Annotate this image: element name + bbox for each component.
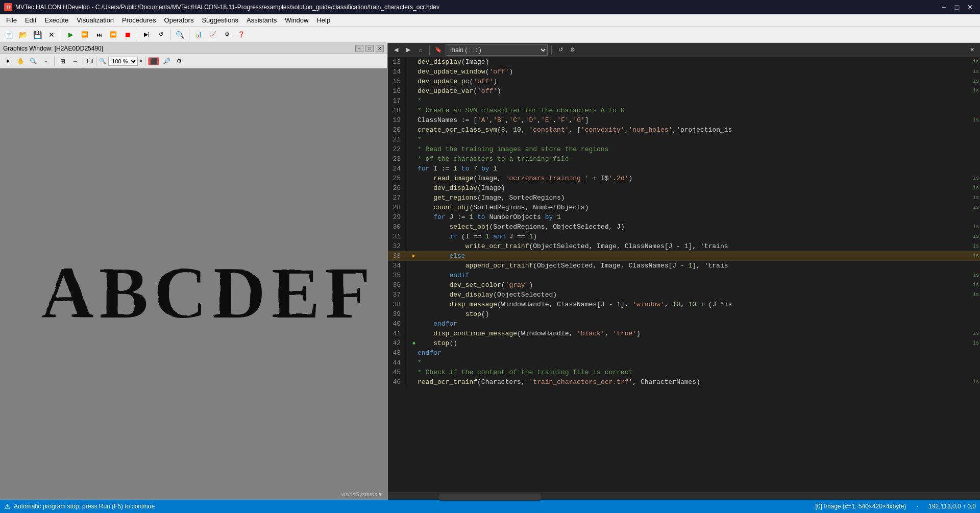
code-line-20: 20create_ocr_class_svm(8, 10, 'constant'… [388,125,980,135]
toolbar-separator-4 [189,30,189,40]
procedure-select[interactable]: main ( : : : ) [446,44,548,56]
open-file-button[interactable]: 📂 [16,29,30,41]
step-into-button[interactable]: ⏩ [78,29,91,41]
code-line-18: 18* Create an SVM classifier for the cha… [388,106,980,115]
restart-button[interactable]: ↺ [154,29,167,41]
line-number-29: 29 [388,212,406,222]
menu-item-operators[interactable]: Operators [160,15,198,25]
settings-button[interactable]: ⚙ [220,29,234,41]
line-indicator-35 [410,271,418,280]
line-indicator-31 [410,232,418,241]
gfx-zoom-in-button[interactable]: 🔍 [28,56,39,67]
close-file-button[interactable]: ✕ [45,29,58,41]
line-number-40: 40 [388,319,406,329]
gfx-pointer-button[interactable]: ✦ [2,56,13,67]
menu-item-suggestions[interactable]: Suggestions [198,15,242,25]
line-indicator-28 [410,203,418,212]
line-number-28: 28 [388,203,406,212]
code-line-24: 24for I := 1 to 7 by 1 [388,164,980,174]
line-right-23 [972,154,980,164]
gfx-measure-button[interactable]: ↔ [70,56,81,67]
gfx-hand-button[interactable]: ✋ [15,56,26,67]
menu-item-file[interactable]: File [2,15,21,25]
code-editor: ◀ ▶ ⌂ 🔖 main ( : : : ) ↺ ⚙ ✕ 13dev_displ… [388,43,980,500]
step-over-button[interactable]: ⏭ [92,29,106,41]
line-code-22: * Read the training images and store the… [418,144,972,154]
line-right-28: is [972,203,980,212]
graphics-window-title: Graphics Window: [H2AE0DD25490] [3,45,103,52]
menu-item-assistants[interactable]: Assistants [242,15,281,25]
menu-item-visualization[interactable]: Visualization [72,15,118,25]
menu-item-procedures[interactable]: Procedures [118,15,160,25]
code-content[interactable]: 13dev_display(Image)is14dev_update_windo… [388,57,980,493]
status-bar-left: ⚠ Automatic program stop; press Run (F5)… [4,502,155,510]
editor-refresh-button[interactable]: ↺ [555,45,566,55]
code-line-32: 32 write_ocr_trainf(ObjectSelected, Imag… [388,241,980,251]
plot-button[interactable]: 📊 [192,29,205,41]
graphics-window: Graphics Window: [H2AE0DD25490] − □ ✕ ✦ … [0,43,388,500]
line-indicator-23 [410,154,418,164]
menu-item-window[interactable]: Window [281,15,312,25]
horizontal-scrollbar[interactable] [388,493,980,500]
title-bar: H MVTec HALCON HDevelop - C:/Users/Publi… [0,0,980,14]
line-number-21: 21 [388,135,406,144]
gw-minimize-button[interactable]: − [355,45,363,52]
menu-bar: FileEditExecuteVisualizationProceduresOp… [0,14,980,27]
code-line-22: 22* Read the training images and store t… [388,144,980,154]
gfx-region-button[interactable]: ⊞ [57,56,68,67]
line-indicator-24 [410,164,418,174]
step-out-button[interactable]: ⏪ [107,29,120,41]
menu-item-execute[interactable]: Execute [40,15,72,25]
line-indicator-16 [410,86,418,96]
new-file-button[interactable]: 📄 [2,29,15,41]
line-right-45 [972,368,980,377]
zoom-label: 🔍 100 % 50 % 200 % Fit ▾ [99,57,142,66]
line-number-35: 35 [388,271,406,280]
gfx-search-button[interactable]: 🔎 [161,56,172,67]
line-indicator-32 [410,241,418,251]
run-button[interactable]: ▶ [64,29,77,41]
gw-maximize-button[interactable]: □ [365,45,374,52]
save-file-button[interactable]: 💾 [31,29,44,41]
line-number-44: 44 [388,358,406,368]
line-number-41: 41 [388,329,406,338]
line-code-20: create_ocr_class_svm(8, 10, 'constant', … [418,125,972,135]
gfx-zoom-out-button[interactable]: － [40,56,52,67]
maximize-button[interactable]: □ [951,3,963,12]
line-code-36: dev_set_color('gray') [418,280,972,290]
editor-settings-button[interactable]: ⚙ [568,45,578,55]
gfx-settings-button[interactable]: ⚙ [174,56,185,67]
line-indicator-26 [410,183,418,193]
editor-back-button[interactable]: ◀ [391,45,401,55]
editor-toolbar: ◀ ▶ ⌂ 🔖 main ( : : : ) ↺ ⚙ ✕ [388,43,980,57]
minimize-button[interactable]: − [938,3,949,12]
code-line-31: 31 if (I == 1 and J == 1)is [388,232,980,241]
line-indicator-20 [410,125,418,135]
main-toolbar: 📄 📂 💾 ✕ ▶ ⏩ ⏭ ⏪ ⏹ ▶| ↺ 🔍 📊 📈 ⚙ ❓ [0,27,980,43]
line-code-29: for J := 1 to NumberObjects by 1 [418,212,972,222]
histogram-button[interactable]: 📈 [206,29,219,41]
gfx-color-button[interactable]: ⬛ [148,57,159,65]
zoom-select[interactable]: 100 % 50 % 200 % Fit [108,57,138,66]
run-to-cursor-button[interactable]: ▶| [140,29,153,41]
close-button[interactable]: ✕ [965,3,976,12]
line-right-43 [972,348,980,358]
help-button[interactable]: ❓ [235,29,248,41]
line-right-27: is [972,193,980,203]
code-line-44: 44* [388,358,980,368]
code-line-28: 28 count_obj(SortedRegions, NumberObject… [388,203,980,212]
editor-forward-button[interactable]: ▶ [403,45,413,55]
line-right-32: is [972,241,980,251]
menu-item-help[interactable]: Help [312,15,334,25]
find-button[interactable]: 🔍 [173,29,186,41]
toolbar-separator-3 [170,30,170,40]
editor-close-button[interactable]: ✕ [967,45,977,55]
menu-item-edit[interactable]: Edit [21,15,40,25]
line-right-14: is [972,67,980,77]
editor-home-button[interactable]: ⌂ [415,45,426,55]
gw-close-button[interactable]: ✕ [376,45,384,52]
stop-button[interactable]: ⏹ [121,29,134,41]
line-indicator-40 [410,319,418,329]
editor-bookmark-button[interactable]: 🔖 [433,45,444,55]
line-indicator-46 [410,377,418,387]
